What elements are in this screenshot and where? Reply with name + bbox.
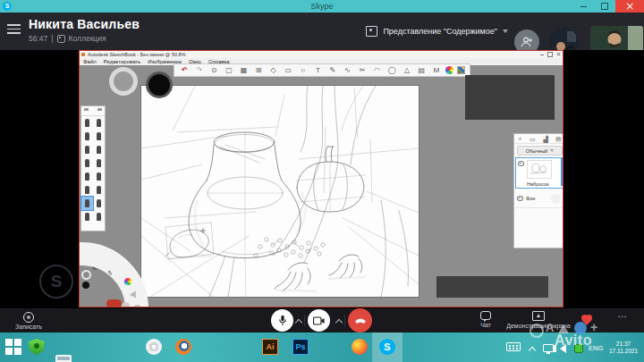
brush-slot[interactable] bbox=[81, 130, 93, 143]
close-button[interactable] bbox=[615, 0, 644, 13]
antivirus-app-icon[interactable] bbox=[29, 339, 45, 355]
photoshop-app-icon[interactable]: Ps bbox=[292, 339, 309, 355]
lagoon-undo-button[interactable] bbox=[106, 299, 122, 307]
presentation-selector[interactable]: Представление "Содержимое" bbox=[366, 13, 508, 50]
menu-file[interactable]: Файл bbox=[83, 59, 97, 64]
polygon-tool-icon[interactable]: △ bbox=[399, 64, 414, 76]
start-button[interactable] bbox=[5, 339, 21, 355]
end-call-button[interactable] bbox=[348, 308, 372, 333]
layer-visibility-icon[interactable] bbox=[517, 196, 523, 201]
chat-button[interactable]: Чат bbox=[471, 311, 500, 328]
record-button[interactable]: Записать bbox=[9, 310, 48, 330]
brush-slot[interactable] bbox=[81, 210, 93, 223]
brush-slot[interactable] bbox=[81, 143, 93, 156]
line-tool-icon[interactable]: ∿ bbox=[340, 64, 355, 76]
color-puck[interactable] bbox=[146, 72, 173, 98]
lagoon-mini-color[interactable] bbox=[82, 282, 89, 289]
layer-visibility-icon[interactable] bbox=[518, 161, 524, 166]
illustrator-app-icon[interactable]: Ai bbox=[262, 339, 278, 355]
redo-icon[interactable]: ↷ bbox=[192, 64, 208, 76]
sketchbook-toolbar: ↶ ↷ ⊙ ▢ ▦ ⊞ ◇ ▭ ○ T ✎ ∿ ✂ ◠ ◯ △ ▤ M bbox=[174, 63, 470, 77]
brush-slot[interactable] bbox=[93, 156, 105, 170]
camera-button[interactable] bbox=[308, 309, 330, 332]
screenshare-button[interactable]: Демонстрация экрана bbox=[497, 311, 580, 329]
lagoon-mini-puck[interactable] bbox=[81, 270, 91, 280]
collection-label[interactable]: Коллекция bbox=[69, 34, 106, 43]
layers-scrollbar[interactable] bbox=[561, 158, 564, 186]
zoom-icon[interactable]: ⊙ bbox=[207, 64, 222, 76]
sketchbook-titlebar: Autodesk SketchBook - Без имени @ 50.8% bbox=[80, 51, 563, 58]
select-magic-icon[interactable]: ▦ bbox=[236, 64, 251, 76]
menu-edit[interactable]: Редактировать bbox=[104, 59, 140, 64]
text-tool-icon[interactable]: T bbox=[310, 64, 326, 76]
brush-slot-active[interactable] bbox=[81, 197, 93, 210]
firefox-app-icon[interactable] bbox=[352, 339, 368, 355]
disc-app-icon[interactable] bbox=[146, 339, 162, 355]
pencil-tool-icon[interactable]: ✎ bbox=[326, 64, 341, 76]
ellipse-tool-icon[interactable]: ◯ bbox=[385, 64, 400, 76]
camera-options-chevron[interactable] bbox=[336, 318, 342, 324]
lagoon-button[interactable] bbox=[133, 305, 141, 307]
layer-grid-icon[interactable]: ▤ bbox=[555, 135, 562, 143]
lagoon-color-wheel-icon[interactable] bbox=[124, 278, 131, 285]
minimize-button[interactable] bbox=[572, 0, 594, 13]
calculator-app-icon[interactable] bbox=[55, 355, 72, 362]
arc-tool-icon[interactable]: ◠ bbox=[369, 64, 385, 76]
brush-slot[interactable] bbox=[81, 156, 93, 170]
layer-chart-icon[interactable]: ▟ bbox=[543, 135, 547, 143]
network-icon[interactable] bbox=[543, 344, 554, 352]
brush-slot[interactable] bbox=[81, 116, 93, 130]
maximize-button[interactable] bbox=[594, 0, 615, 13]
sb-minimize-icon[interactable] bbox=[540, 55, 544, 55]
rectangle-icon[interactable]: ▭ bbox=[281, 64, 296, 76]
layer-item-background[interactable]: Фон bbox=[515, 190, 564, 208]
cut-icon[interactable]: ✂ bbox=[355, 64, 370, 76]
volume-icon[interactable] bbox=[560, 344, 566, 353]
tray-expand-icon[interactable] bbox=[530, 346, 536, 352]
crop-icon[interactable]: ⊞ bbox=[251, 64, 267, 76]
ellipse-select-icon[interactable]: ○ bbox=[296, 64, 311, 76]
blend-mode-dropdown[interactable]: Обычный bbox=[517, 146, 563, 156]
language-indicator[interactable]: ENG bbox=[589, 344, 603, 352]
screen-share-window: Autodesk SketchBook - Без имени @ 50.8% … bbox=[79, 50, 564, 307]
brush-slot[interactable] bbox=[93, 143, 105, 156]
layers-icon[interactable]: ▤ bbox=[414, 64, 429, 76]
undo-icon[interactable]: ↶ bbox=[177, 64, 192, 76]
select-rect-icon[interactable]: ▢ bbox=[222, 64, 237, 76]
brush-slot[interactable] bbox=[93, 197, 105, 210]
touch-keyboard-icon[interactable] bbox=[506, 342, 521, 351]
mic-options-chevron[interactable] bbox=[296, 318, 301, 324]
transform-icon[interactable]: ◇ bbox=[266, 64, 281, 76]
clock-date: 17.11.2021 bbox=[606, 348, 640, 355]
menu-icon[interactable] bbox=[7, 24, 21, 34]
brush-slot[interactable] bbox=[93, 210, 105, 223]
swatches-icon[interactable] bbox=[457, 66, 465, 74]
screenshare-icon bbox=[532, 311, 545, 321]
sb-maximize-icon[interactable] bbox=[547, 52, 553, 57]
skype-app-icon[interactable]: S bbox=[379, 339, 395, 355]
blender-app-icon[interactable] bbox=[175, 339, 191, 355]
clock[interactable]: 21:37 17.11.2021 bbox=[606, 341, 640, 355]
brush-slot[interactable] bbox=[93, 116, 105, 130]
brush-slot[interactable] bbox=[93, 183, 105, 197]
drawing-canvas[interactable] bbox=[141, 86, 419, 297]
layer-item-sketch[interactable]: Набросок bbox=[515, 157, 564, 189]
color-wheel-icon[interactable] bbox=[445, 66, 453, 74]
brush-slot[interactable] bbox=[81, 170, 93, 183]
brush-slot[interactable] bbox=[81, 183, 93, 197]
layer-folder-icon[interactable]: ▭ bbox=[530, 135, 536, 143]
more-options-button[interactable]: … bbox=[617, 308, 628, 319]
add-layer-icon[interactable]: + bbox=[518, 135, 521, 143]
brush-slot[interactable] bbox=[93, 170, 105, 183]
curves-icon[interactable]: M bbox=[429, 64, 445, 76]
brush-slot[interactable] bbox=[93, 130, 105, 143]
reaction-heart-icon[interactable] bbox=[581, 312, 592, 322]
tray-app-icon[interactable] bbox=[574, 344, 583, 353]
microphone-button[interactable] bbox=[271, 309, 293, 332]
sb-close-icon[interactable] bbox=[556, 52, 561, 56]
lagoon-button[interactable] bbox=[122, 302, 130, 307]
brush-palette-header[interactable] bbox=[81, 106, 105, 116]
clock-time: 21:37 bbox=[606, 341, 640, 348]
presentation-label: Представление "Содержимое" bbox=[383, 27, 497, 36]
brush-size-puck[interactable] bbox=[109, 67, 138, 96]
